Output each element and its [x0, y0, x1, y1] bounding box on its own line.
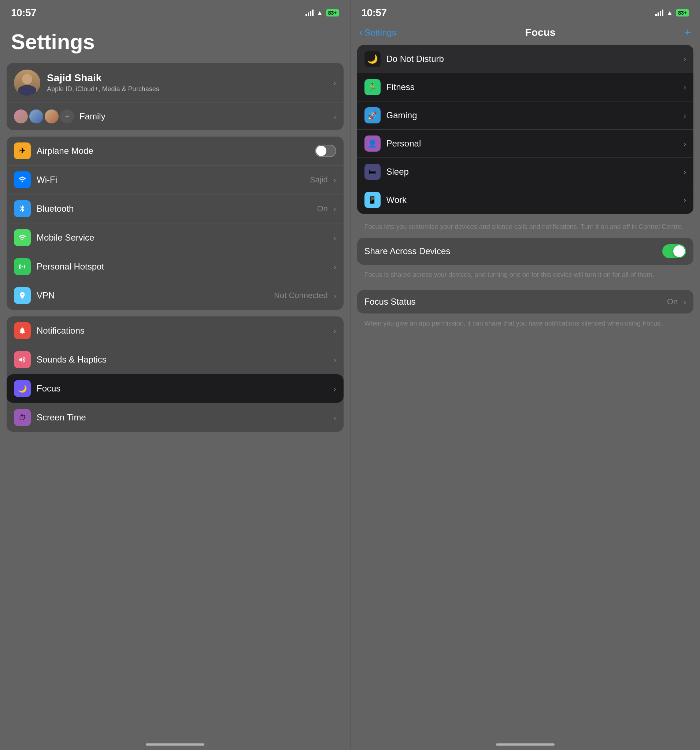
- airplane-toggle[interactable]: [315, 144, 336, 157]
- focus-icon: 🌙: [14, 380, 31, 397]
- bluetooth-row[interactable]: Bluetooth On ›: [6, 194, 344, 223]
- status-bar-left: 10:57 ▲ 83+: [0, 0, 350, 22]
- airplane-mode-icon: ✈: [14, 143, 31, 159]
- focus-status-row[interactable]: Focus Status On ›: [357, 290, 694, 314]
- share-across-devices-label: Share Across Devices: [365, 246, 657, 256]
- nav-title: Focus: [525, 27, 555, 38]
- back-button[interactable]: ‹ Settings: [359, 27, 396, 38]
- profile-subtitle: Apple ID, iCloud+, Media & Purchases: [47, 85, 327, 94]
- sleep-row[interactable]: 🛏 Sleep ›: [357, 158, 694, 186]
- mobile-service-row[interactable]: Mobile Service ›: [6, 223, 344, 252]
- family-label: Family: [80, 111, 328, 121]
- fitness-icon: 🏃: [365, 79, 381, 95]
- gaming-row[interactable]: 🚀 Gaming ›: [357, 101, 694, 130]
- focus-status-label: Focus Status: [365, 297, 661, 307]
- home-indicator-left: [146, 744, 205, 745]
- vpn-icon: [14, 287, 31, 304]
- mobile-service-chevron: ›: [334, 234, 336, 242]
- focus-status-value: On: [667, 297, 678, 306]
- work-chevron: ›: [683, 196, 686, 204]
- bluetooth-icon: [14, 200, 31, 217]
- family-avatar-2: [29, 109, 43, 123]
- sounds-row[interactable]: Sounds & Haptics ›: [6, 345, 344, 374]
- vpn-value: Not Connected: [274, 291, 328, 300]
- family-avatars: +: [14, 109, 74, 123]
- screen-time-chevron: ›: [334, 413, 336, 422]
- personal-hotspot-row[interactable]: Personal Hotspot ›: [6, 252, 344, 281]
- focus-chevron: ›: [334, 384, 336, 393]
- screen-time-label: Screen Time: [37, 412, 328, 423]
- battery-right: 83+: [676, 9, 689, 17]
- personal-label: Personal: [386, 138, 678, 149]
- screen-time-row[interactable]: ⏱ Screen Time ›: [6, 403, 344, 432]
- sounds-label: Sounds & Haptics: [37, 355, 328, 365]
- vpn-chevron: ›: [334, 292, 336, 300]
- work-icon: 📱: [365, 192, 381, 208]
- dnd-row[interactable]: 🌙 Do Not Disturb ›: [357, 45, 694, 73]
- sleep-icon: 🛏: [365, 164, 381, 180]
- add-button[interactable]: +: [684, 26, 691, 39]
- wifi-row[interactable]: Wi-Fi Sajid ›: [6, 166, 344, 194]
- left-panel: 10:57 ▲ 83+ Settings Sajid Shaik: [0, 0, 350, 750]
- focus-row[interactable]: 🌙 Focus ›: [6, 374, 344, 403]
- nav-header: ‹ Settings Focus +: [351, 22, 700, 45]
- wifi-label: Wi-Fi: [37, 175, 304, 185]
- vpn-label: VPN: [37, 290, 268, 301]
- home-indicator-right: [496, 744, 555, 745]
- battery-left: 83+: [326, 9, 339, 17]
- status-bar-right: 10:57 ▲ 83+: [351, 0, 700, 22]
- fitness-label: Fitness: [386, 82, 678, 92]
- fitness-row[interactable]: 🏃 Fitness ›: [357, 73, 694, 101]
- wifi-row-icon: [14, 171, 31, 188]
- airplane-mode-row[interactable]: ✈ Airplane Mode: [6, 137, 344, 166]
- family-avatar-plus: +: [60, 109, 74, 123]
- time-left: 10:57: [11, 7, 36, 19]
- avatar: [14, 69, 40, 96]
- family-chevron: ›: [334, 112, 336, 121]
- gaming-icon: 🚀: [365, 107, 381, 123]
- status-icons-right: ▲ 83+: [655, 9, 689, 17]
- share-across-devices-card: Share Across Devices: [357, 238, 694, 265]
- vpn-row[interactable]: VPN Not Connected ›: [6, 281, 344, 310]
- bluetooth-label: Bluetooth: [37, 204, 311, 214]
- bluetooth-chevron: ›: [334, 205, 336, 213]
- right-panel: 10:57 ▲ 83+ ‹ Settings Focus + 🌙 Do Not: [350, 0, 700, 750]
- back-label: Settings: [365, 28, 396, 38]
- mobile-service-icon: [14, 229, 31, 246]
- fitness-chevron: ›: [683, 83, 686, 92]
- gaming-label: Gaming: [386, 110, 678, 120]
- mobile-service-label: Mobile Service: [37, 232, 328, 243]
- notifications-card: Notifications › Sounds & Haptics › 🌙 Foc…: [6, 317, 344, 432]
- share-across-devices-row: Share Across Devices: [357, 238, 694, 265]
- family-avatar-1: [14, 109, 28, 123]
- wifi-chevron: ›: [334, 176, 336, 184]
- focus-status-chevron: ›: [683, 298, 686, 306]
- airplane-mode-label: Airplane Mode: [37, 146, 309, 156]
- family-row[interactable]: + Family ›: [6, 103, 344, 130]
- focus-status-card: Focus Status On ›: [357, 290, 694, 314]
- profile-row[interactable]: Sajid Shaik Apple ID, iCloud+, Media & P…: [6, 63, 344, 103]
- personal-hotspot-chevron: ›: [334, 263, 336, 271]
- notifications-label: Notifications: [37, 326, 328, 336]
- personal-hotspot-label: Personal Hotspot: [37, 261, 328, 272]
- dnd-label: Do Not Disturb: [386, 54, 678, 64]
- share-across-devices-toggle[interactable]: [662, 244, 686, 258]
- notifications-icon: [14, 322, 31, 339]
- personal-row[interactable]: 👤 Personal ›: [357, 130, 694, 158]
- dnd-icon: 🌙: [365, 51, 381, 67]
- back-chevron-icon: ‹: [359, 27, 363, 38]
- focus-status-description: When you give an app permission, it can …: [357, 316, 694, 334]
- notifications-row[interactable]: Notifications ›: [6, 317, 344, 345]
- status-icons-left: ▲ 83+: [306, 9, 339, 17]
- profile-card: Sajid Shaik Apple ID, iCloud+, Media & P…: [6, 63, 344, 130]
- sleep-chevron: ›: [683, 168, 686, 176]
- personal-icon: 👤: [365, 135, 381, 152]
- sounds-icon: [14, 351, 31, 368]
- personal-chevron: ›: [683, 140, 686, 148]
- page-title-left: Settings: [0, 22, 350, 63]
- gaming-chevron: ›: [683, 111, 686, 120]
- family-avatar-3: [45, 109, 58, 123]
- wifi-icon: ▲: [317, 9, 323, 17]
- personal-hotspot-icon: [14, 258, 31, 275]
- work-row[interactable]: 📱 Work ›: [357, 186, 694, 214]
